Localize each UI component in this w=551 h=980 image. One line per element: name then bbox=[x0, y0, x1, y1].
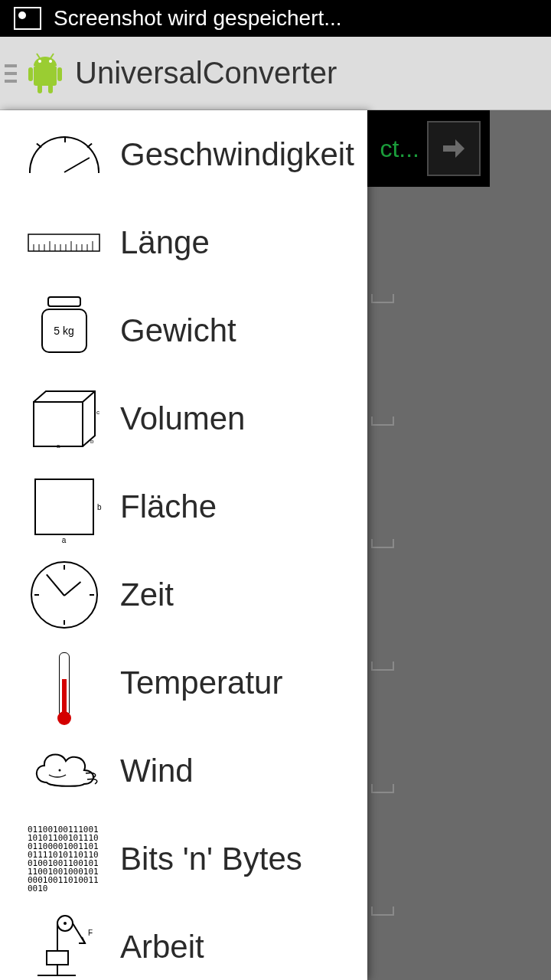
area-icon: a b bbox=[28, 470, 100, 543]
hamburger-icon[interactable] bbox=[5, 64, 17, 83]
navigation-drawer: Geschwindigkeit Länge bbox=[0, 110, 367, 980]
weight-icon: 5 kg bbox=[28, 294, 100, 367]
svg-point-27 bbox=[59, 769, 61, 771]
svg-point-29 bbox=[64, 922, 67, 925]
svg-rect-2 bbox=[57, 67, 62, 81]
menu-item-wind[interactable]: Wind bbox=[0, 727, 367, 815]
svg-text:a: a bbox=[57, 443, 60, 449]
svg-text:b: b bbox=[90, 438, 94, 445]
menu-item-label: Temperatur bbox=[120, 665, 282, 701]
arrow-right-icon bbox=[442, 138, 466, 159]
svg-line-8 bbox=[51, 54, 54, 58]
menu-item-label: Volumen bbox=[120, 400, 245, 437]
svg-rect-1 bbox=[28, 67, 33, 81]
menu-item-weight[interactable]: 5 kg Gewicht bbox=[0, 286, 367, 374]
menu-item-label: Länge bbox=[120, 224, 210, 261]
weight-icon-label: 5 kg bbox=[54, 325, 73, 337]
menu-item-label: Wind bbox=[120, 753, 194, 789]
clock-icon bbox=[28, 558, 100, 631]
menu-item-length[interactable]: Länge bbox=[0, 198, 367, 286]
menu-item-bits[interactable]: 0110010011100110101100101110011000010011… bbox=[0, 815, 367, 903]
speed-icon bbox=[28, 118, 100, 191]
menu-item-volume[interactable]: a b c Volumen bbox=[0, 374, 367, 462]
svg-rect-4 bbox=[48, 84, 53, 93]
screenshot-icon bbox=[14, 7, 41, 30]
pulley-icon: F bbox=[28, 910, 100, 980]
menu-item-label: Geschwindigkeit bbox=[120, 136, 354, 173]
cloud-wind-icon bbox=[28, 734, 100, 807]
menu-item-label: Bits 'n' Bytes bbox=[120, 841, 302, 877]
svg-rect-3 bbox=[37, 84, 42, 93]
next-arrow-button[interactable] bbox=[427, 121, 481, 176]
svg-point-5 bbox=[38, 60, 41, 63]
android-logo-icon bbox=[26, 52, 64, 95]
menu-item-temperature[interactable]: Temperatur bbox=[0, 639, 367, 727]
menu-item-label: Arbeit bbox=[120, 929, 204, 965]
menu-item-label: Zeit bbox=[120, 577, 174, 613]
cube-icon: a b c bbox=[28, 382, 100, 455]
app-title: UniversalConverter bbox=[75, 56, 337, 90]
menu-item-time[interactable]: Zeit bbox=[0, 550, 367, 639]
menu-item-work[interactable]: F Arbeit bbox=[0, 903, 367, 980]
svg-text:c: c bbox=[96, 409, 99, 416]
thermometer-icon bbox=[28, 646, 100, 719]
menu-item-label: Fläche bbox=[120, 488, 217, 525]
menu-item-label: Gewicht bbox=[120, 312, 236, 349]
svg-rect-0 bbox=[34, 66, 57, 86]
status-text: Screenshot wird gespeichert... bbox=[54, 6, 342, 31]
menu-item-area[interactable]: a b Fläche bbox=[0, 462, 367, 550]
content-area: ct... Geschwindigkeit bbox=[0, 110, 551, 980]
svg-point-6 bbox=[49, 60, 52, 63]
svg-marker-22 bbox=[34, 402, 83, 446]
menu-item-speed[interactable]: Geschwindigkeit bbox=[0, 110, 367, 198]
svg-line-23 bbox=[83, 391, 95, 402]
binary-icon: 0110010011100110101100101110011000010011… bbox=[28, 822, 100, 895]
background-hint-text: ct... bbox=[380, 135, 419, 163]
background-panel: ct... bbox=[367, 110, 490, 187]
app-bar: UniversalConverter bbox=[0, 37, 551, 110]
svg-rect-31 bbox=[47, 951, 68, 965]
svg-text:F: F bbox=[88, 929, 93, 937]
status-bar: Screenshot wird gespeichert... bbox=[0, 0, 551, 37]
ruler-icon bbox=[28, 206, 100, 279]
svg-line-7 bbox=[37, 54, 40, 58]
